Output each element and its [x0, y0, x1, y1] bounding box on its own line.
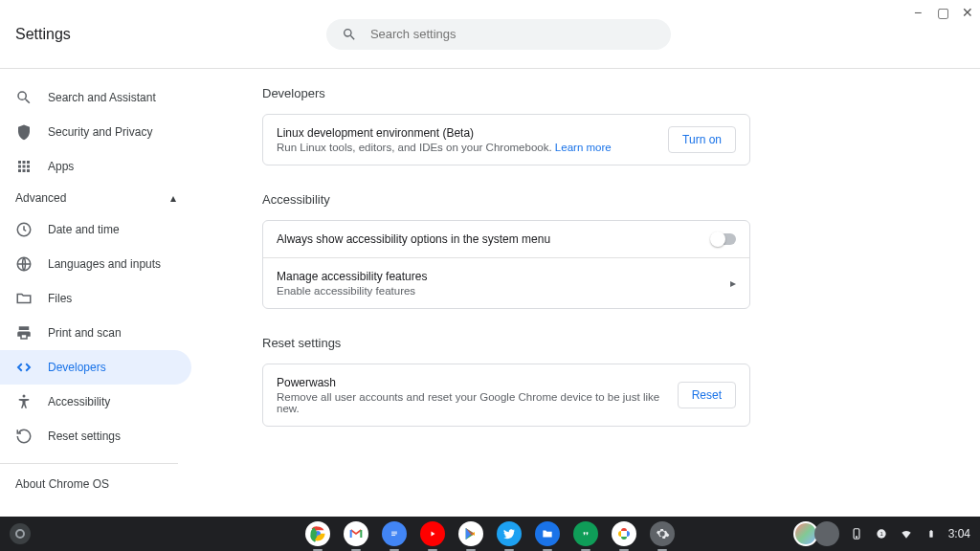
always-show-a11y-title: Always show accessibility options in the… — [277, 232, 550, 246]
battery-tray-icon[interactable] — [924, 526, 939, 541]
reset-button[interactable]: Reset — [678, 382, 736, 408]
code-icon — [15, 359, 33, 376]
sidebar-section-advanced[interactable]: Advanced ▴ — [0, 184, 191, 212]
twitter-app-icon[interactable] — [497, 521, 522, 546]
clock-text[interactable]: 3:04 — [948, 527, 970, 540]
sidebar-item-developers[interactable]: Developers — [0, 350, 191, 385]
manage-a11y-title: Manage accessibility features — [277, 270, 427, 283]
docs-app-icon[interactable] — [382, 521, 407, 546]
section-label-text: Advanced — [15, 191, 66, 205]
phone-tray-icon[interactable] — [849, 526, 864, 541]
manage-a11y-subtitle: Enable accessibility features — [277, 285, 427, 297]
search-box[interactable] — [326, 19, 671, 50]
linux-env-subtitle: Run Linux tools, editors, and IDEs on yo… — [277, 142, 612, 153]
gmail-app-icon[interactable] — [344, 521, 368, 546]
sidebar-item-print-scan[interactable]: Print and scan — [0, 316, 191, 350]
play-store-app-icon[interactable] — [458, 521, 483, 546]
folder-icon — [15, 290, 33, 307]
sidebar-item-about[interactable]: About Chrome OS — [0, 463, 178, 504]
search-input[interactable] — [370, 27, 656, 41]
svg-point-9 — [856, 537, 857, 538]
files-app-icon[interactable] — [535, 521, 560, 546]
settings-app-icon[interactable] — [650, 521, 675, 546]
sidebar-item-accessibility[interactable]: Accessibility — [0, 385, 191, 419]
linux-env-title: Linux development environment (Beta) — [277, 126, 612, 140]
sidebar-item-label: Security and Privacy — [48, 125, 152, 139]
globe-icon — [15, 255, 33, 273]
sidebar-item-label: Files — [48, 292, 72, 305]
svg-text:1: 1 — [880, 531, 882, 537]
sidebar-item-date-time[interactable]: Date and time — [0, 212, 191, 247]
sidebar-item-apps[interactable]: Apps — [0, 149, 191, 184]
page-title: Settings — [15, 26, 71, 43]
restore-icon — [15, 428, 33, 445]
shelf: 1 3:04 — [0, 517, 980, 551]
section-title-reset: Reset settings — [262, 336, 942, 350]
minimize-button[interactable]: − — [911, 6, 924, 19]
close-button[interactable]: ✕ — [961, 6, 974, 19]
sidebar-item-label: Apps — [48, 160, 74, 173]
shield-icon — [15, 123, 33, 141]
photos-app-icon[interactable] — [612, 521, 636, 546]
sidebar-item-files[interactable]: Files — [0, 281, 191, 316]
always-show-a11y-toggle[interactable] — [711, 233, 736, 245]
clock-icon — [15, 221, 33, 238]
section-title-developers: Developers — [262, 86, 942, 100]
chevron-right-icon: ▸ — [730, 276, 736, 290]
sidebar-item-languages-inputs[interactable]: Languages and inputs — [0, 247, 191, 281]
powerwash-title: Powerwash — [277, 376, 678, 389]
sidebar-item-label: Print and scan — [48, 326, 122, 340]
section-title-accessibility: Accessibility — [262, 192, 942, 207]
sidebar-item-label: Developers — [48, 361, 106, 374]
launcher-button[interactable] — [10, 523, 31, 544]
notification-tray-icon[interactable]: 1 — [874, 526, 889, 541]
sidebar: Search and Assistant Security and Privac… — [0, 69, 191, 517]
maximize-button[interactable]: ▢ — [936, 6, 949, 19]
manage-a11y-row[interactable]: Manage accessibility features Enable acc… — [263, 257, 749, 308]
svg-rect-6 — [391, 533, 397, 534]
circle-icon — [15, 529, 25, 539]
search-icon — [15, 89, 33, 106]
user-avatar-secondary[interactable] — [814, 521, 839, 546]
svg-rect-12 — [929, 531, 932, 538]
sidebar-item-label: Search and Assistant — [48, 91, 156, 104]
search-icon — [342, 27, 357, 42]
chrome-app-icon[interactable] — [305, 521, 330, 546]
svg-point-2 — [23, 395, 26, 398]
chevron-up-icon: ▴ — [170, 191, 176, 205]
sidebar-item-label: Languages and inputs — [48, 257, 161, 271]
accessibility-icon — [15, 393, 33, 410]
youtube-app-icon[interactable] — [420, 521, 445, 546]
learn-more-link[interactable]: Learn more — [555, 142, 612, 153]
hangouts-app-icon[interactable] — [573, 521, 598, 546]
turn-on-button[interactable]: Turn on — [668, 126, 736, 153]
sidebar-item-label: Date and time — [48, 223, 120, 236]
sidebar-item-label: Accessibility — [48, 395, 110, 408]
sidebar-item-search-assistant[interactable]: Search and Assistant — [0, 80, 191, 115]
svg-rect-7 — [391, 535, 395, 536]
svg-rect-5 — [391, 532, 397, 533]
apps-icon — [15, 158, 33, 175]
sidebar-item-reset-settings[interactable]: Reset settings — [0, 419, 191, 453]
sidebar-item-label: Reset settings — [48, 430, 121, 443]
sidebar-item-security-privacy[interactable]: Security and Privacy — [0, 115, 191, 149]
printer-icon — [15, 324, 33, 342]
svg-rect-13 — [930, 530, 932, 531]
wifi-tray-icon[interactable] — [899, 526, 914, 541]
powerwash-subtitle: Remove all user accounts and reset your … — [277, 391, 678, 414]
